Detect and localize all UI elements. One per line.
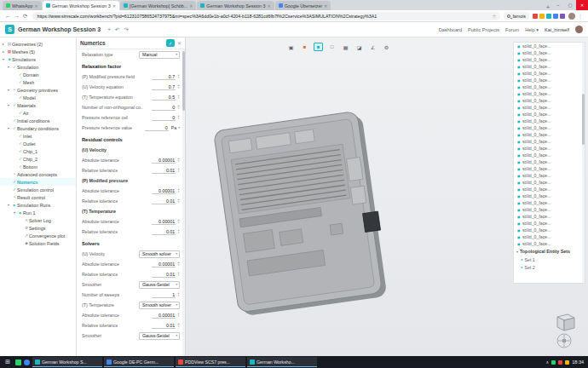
panel-close-icon[interactable]: ✕	[177, 40, 182, 46]
tree-item[interactable]: Domain	[0, 71, 76, 78]
tab-close-icon[interactable]: ✕	[112, 3, 116, 9]
stepper-icon[interactable]: ▲▼	[177, 188, 180, 193]
field-control[interactable]: 0.7 ▲▼ ▾	[152, 84, 180, 90]
tree-item-label[interactable]: Settings	[29, 226, 45, 231]
minimize-button[interactable]: –	[552, 0, 564, 10]
field-control[interactable]: Smooth solver ▲▼ ▾	[139, 302, 180, 309]
face-label[interactable]: solid_0_face...	[522, 193, 551, 198]
field-control[interactable]: Gauss-Seidel ▲▼ ▾	[139, 332, 180, 340]
face-list-item[interactable]: ◼ solid_0_face...	[514, 131, 585, 138]
field-value[interactable]: 0.01	[152, 272, 176, 278]
face-label[interactable]: solid_0_face...	[522, 234, 551, 239]
start-button[interactable]: ⊞	[3, 359, 13, 365]
username[interactable]: Kai_himself	[545, 27, 569, 32]
field-value[interactable]: 0.00001	[152, 219, 176, 225]
orientation-gizmo[interactable]	[547, 308, 581, 353]
field-control[interactable]: 0.01 ▲▼ ▾	[152, 168, 180, 174]
face-label[interactable]: solid_0_face...	[522, 98, 551, 103]
stepper-icon[interactable]: ▲▼	[177, 313, 180, 317]
stepper-icon[interactable]: ▲▼	[177, 292, 180, 296]
forward-icon[interactable]: →	[14, 13, 20, 19]
field-control[interactable]: 0.01 ▲▼ ▾	[152, 198, 180, 204]
face-list-item[interactable]: ◼ solid_0_face...	[514, 227, 585, 233]
face-label[interactable]: solid_0_face...	[522, 159, 551, 164]
tree-item[interactable]: ▸ Meshes (5)	[0, 48, 76, 55]
face-label[interactable]: solid_0_face...	[522, 221, 551, 226]
apply-button[interactable]: ✓	[166, 39, 175, 47]
face-label[interactable]: solid_0_face...	[522, 125, 551, 130]
tree-item[interactable]: ▾ Run 1	[0, 209, 76, 216]
tree-item[interactable]: Bottom	[0, 163, 76, 170]
tree-item[interactable]: ▾ Simulation	[0, 63, 76, 71]
tree-item-label[interactable]: Numerics	[17, 180, 38, 185]
stepper-icon[interactable]: ▲▼	[177, 74, 180, 78]
reload-icon[interactable]: ⟳	[23, 13, 27, 20]
chevron-down-icon[interactable]: ▾	[176, 303, 177, 307]
measure-icon[interactable]: ∠	[368, 43, 378, 51]
tree-item-label[interactable]: Materials	[17, 103, 36, 108]
tree-item-label[interactable]: Chip_2	[23, 157, 37, 162]
stepper-icon[interactable]: ▲▼	[177, 262, 180, 266]
face-list-item[interactable]: ◼ solid_0_face...	[514, 206, 585, 213]
face-list-item[interactable]: ◼ solid_0_face...	[514, 186, 585, 193]
chevron-down-icon[interactable]: ▾	[176, 334, 177, 337]
face-list-item[interactable]: ◼ solid_0_face...	[514, 165, 585, 172]
face-label[interactable]: solid_0_face...	[522, 118, 551, 124]
tree-item[interactable]: Advanced concepts	[0, 170, 76, 178]
tree-item[interactable]: Convergence plot	[0, 232, 76, 239]
tree-item[interactable]: Outlet	[0, 140, 76, 147]
tree-item-label[interactable]: Simulation Runs	[17, 203, 50, 208]
tree-item-label[interactable]: Geometries (2)	[12, 42, 43, 47]
tree-item-label[interactable]: Simulation control	[17, 187, 54, 193]
face-label[interactable]: solid_0_face...	[522, 152, 551, 158]
face-list-item[interactable]: ◼ solid_0_face...	[514, 220, 585, 227]
chevron-down-icon[interactable]: ▾	[176, 283, 177, 286]
gizmo-cube[interactable]	[557, 314, 574, 331]
tree-item-label[interactable]: Run 1	[23, 210, 35, 216]
user-avatar[interactable]	[575, 26, 583, 33]
tree-item-label[interactable]: Mesh	[23, 80, 34, 85]
stepper-icon[interactable]: ▲▼	[177, 84, 180, 89]
new-tab-button[interactable]: +	[544, 4, 552, 10]
face-list-item[interactable]: ◼ solid_0_face...	[514, 145, 585, 152]
face-label[interactable]: solid_0_face...	[522, 50, 551, 55]
tree-item[interactable]: ▾ Geometry primitives	[0, 86, 76, 94]
set-label[interactable]: Set 2	[524, 265, 534, 270]
tree-item-label[interactable]: Solver Log	[29, 218, 51, 223]
face-label[interactable]: solid_0_face...	[522, 91, 551, 96]
face-list-item[interactable]: ◼ solid_0_face...	[514, 233, 585, 240]
back-icon[interactable]: ←	[5, 13, 11, 19]
face-label[interactable]: solid_0_face...	[522, 173, 551, 178]
stepper-icon[interactable]: ▲▼	[177, 95, 180, 99]
extension-icon[interactable]	[553, 14, 558, 19]
face-list-item[interactable]: ◼ solid_0_face...	[514, 77, 585, 83]
chevron-down-icon[interactable]: ▾	[176, 53, 177, 56]
render-mode-icon[interactable]: ■	[314, 43, 323, 51]
field-value[interactable]: 0.5	[152, 95, 176, 101]
face-list-item[interactable]: ◼ solid_0_face...	[514, 56, 585, 63]
browser-taskbar-icon[interactable]	[24, 359, 30, 365]
model-body[interactable]	[213, 110, 389, 317]
face-list-item[interactable]: ◼ solid_0_face...	[514, 70, 585, 77]
stepper-icon[interactable]: ▲▼	[177, 115, 180, 119]
field-control[interactable]: 0.00001 ▲▼ ▾	[152, 313, 180, 319]
tree-item-label[interactable]: Initial conditions	[17, 118, 49, 124]
scrollbar-thumb[interactable]	[582, 94, 585, 145]
tray-icon-yellow[interactable]	[565, 360, 569, 365]
field-value[interactable]: 0.01	[152, 198, 176, 204]
face-label[interactable]: solid_0_face...	[522, 200, 551, 205]
face-label[interactable]: solid_0_face...	[522, 166, 551, 171]
face-list-item[interactable]: ◼ solid_0_face...	[514, 104, 585, 111]
face-label[interactable]: solid_0_face...	[522, 71, 551, 76]
field-control[interactable]: 0.5 ▲▼ ▾	[152, 95, 180, 101]
url-field[interactable]: https://www.simscale.com/workbench/?pid=…	[32, 12, 500, 20]
face-list-item[interactable]: ◼ solid_0_face...	[514, 138, 585, 145]
face-list-item[interactable]: ◼ solid_0_face...	[514, 97, 585, 104]
browser-tab[interactable]: German Workshop Session 3 ✕	[43, 1, 119, 10]
bookmark-star-icon[interactable]: ☆	[492, 14, 496, 19]
field-value[interactable]: Smooth solver	[141, 302, 172, 308]
field-control[interactable]: 0 Pa ▲▼ ▾	[145, 125, 180, 131]
tree-item[interactable]: Numerics	[0, 178, 76, 186]
url-text[interactable]: https://www.simscale.com/workbench/?pid=…	[37, 14, 489, 19]
tree-item[interactable]: Air	[0, 109, 76, 117]
